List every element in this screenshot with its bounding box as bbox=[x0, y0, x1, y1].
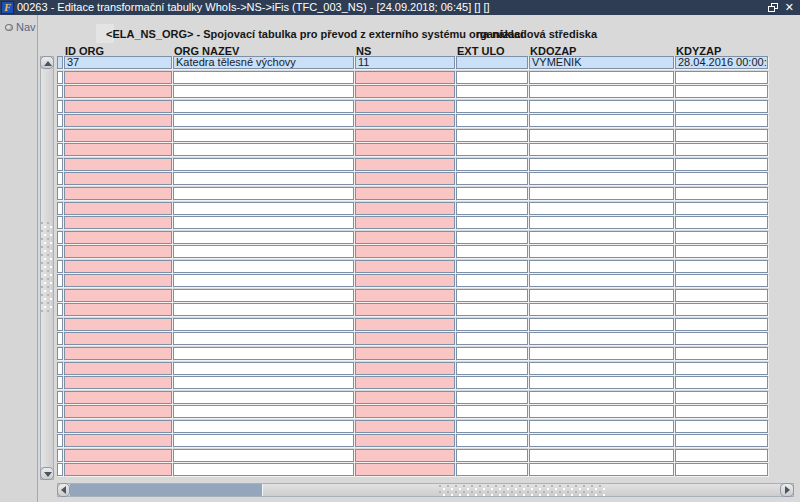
cell-org-nazev[interactable] bbox=[173, 85, 354, 98]
record-indicator[interactable] bbox=[57, 56, 63, 69]
horizontal-scroll-thumb[interactable] bbox=[262, 484, 780, 496]
cell-kdozap[interactable] bbox=[529, 303, 674, 316]
cell-kdozap[interactable] bbox=[529, 449, 674, 462]
cell-kdyzap[interactable] bbox=[675, 202, 768, 215]
cell-ext-ulo[interactable] bbox=[456, 362, 528, 375]
cell-ns[interactable] bbox=[355, 231, 455, 244]
cell-ext-ulo[interactable] bbox=[456, 303, 528, 316]
cell-kdyzap[interactable]: 28.04.2016 00:00:00 bbox=[675, 56, 768, 69]
cell-id-org[interactable] bbox=[64, 362, 172, 375]
cell-ns[interactable] bbox=[355, 143, 455, 156]
cell-ns[interactable] bbox=[355, 71, 455, 84]
cell-ext-ulo[interactable] bbox=[456, 463, 528, 476]
record-indicator[interactable] bbox=[57, 463, 63, 476]
cell-ext-ulo[interactable] bbox=[456, 71, 528, 84]
cell-ns[interactable] bbox=[355, 463, 455, 476]
cell-kdyzap[interactable] bbox=[675, 420, 768, 433]
record-indicator[interactable] bbox=[57, 245, 63, 258]
cell-id-org[interactable] bbox=[64, 158, 172, 171]
cell-ns[interactable] bbox=[355, 405, 455, 418]
cell-ext-ulo[interactable] bbox=[456, 289, 528, 302]
cell-org-nazev[interactable] bbox=[173, 434, 354, 447]
cell-ns[interactable] bbox=[355, 100, 455, 113]
record-indicator[interactable] bbox=[57, 260, 63, 273]
cell-ns[interactable] bbox=[355, 420, 455, 433]
cell-org-nazev[interactable] bbox=[173, 391, 354, 404]
cell-kdozap[interactable] bbox=[529, 376, 674, 389]
cell-id-org[interactable] bbox=[64, 187, 172, 200]
cell-ext-ulo[interactable] bbox=[456, 405, 528, 418]
cell-id-org[interactable] bbox=[64, 260, 172, 273]
cell-org-nazev[interactable] bbox=[173, 71, 354, 84]
cell-ext-ulo[interactable] bbox=[456, 274, 528, 287]
cell-kdozap[interactable] bbox=[529, 434, 674, 447]
cell-ext-ulo[interactable] bbox=[456, 56, 528, 69]
cell-org-nazev[interactable] bbox=[173, 172, 354, 185]
cell-id-org[interactable] bbox=[64, 405, 172, 418]
cell-id-org[interactable] bbox=[64, 347, 172, 360]
cell-ns[interactable] bbox=[355, 318, 455, 331]
cell-kdozap[interactable] bbox=[529, 318, 674, 331]
cell-ns[interactable] bbox=[355, 303, 455, 316]
cell-id-org[interactable] bbox=[64, 85, 172, 98]
cell-ns[interactable] bbox=[355, 332, 455, 345]
cell-kdyzap[interactable] bbox=[675, 318, 768, 331]
cell-kdyzap[interactable] bbox=[675, 158, 768, 171]
cell-ns[interactable] bbox=[355, 202, 455, 215]
cell-org-nazev[interactable] bbox=[173, 202, 354, 215]
cell-ext-ulo[interactable] bbox=[456, 376, 528, 389]
cell-kdozap[interactable]: VYMENIK bbox=[529, 56, 674, 69]
cell-kdozap[interactable] bbox=[529, 274, 674, 287]
cell-ext-ulo[interactable] bbox=[456, 100, 528, 113]
cell-kdyzap[interactable] bbox=[675, 332, 768, 345]
cell-id-org[interactable] bbox=[64, 71, 172, 84]
scroll-right-button[interactable] bbox=[780, 483, 794, 497]
cell-id-org[interactable] bbox=[64, 449, 172, 462]
cell-ns[interactable] bbox=[355, 187, 455, 200]
cell-ns[interactable] bbox=[355, 434, 455, 447]
cell-ext-ulo[interactable] bbox=[456, 172, 528, 185]
record-indicator[interactable] bbox=[57, 172, 63, 185]
cell-kdozap[interactable] bbox=[529, 463, 674, 476]
cell-ns[interactable] bbox=[355, 289, 455, 302]
cell-ext-ulo[interactable] bbox=[456, 318, 528, 331]
cell-id-org[interactable]: 37 bbox=[64, 56, 172, 69]
cell-id-org[interactable] bbox=[64, 274, 172, 287]
cell-id-org[interactable] bbox=[64, 391, 172, 404]
cell-kdyzap[interactable] bbox=[675, 172, 768, 185]
scroll-up-button[interactable] bbox=[40, 56, 54, 69]
cell-kdyzap[interactable] bbox=[675, 274, 768, 287]
cell-kdyzap[interactable] bbox=[675, 245, 768, 258]
record-indicator[interactable] bbox=[57, 216, 63, 229]
cell-id-org[interactable] bbox=[64, 100, 172, 113]
cell-ext-ulo[interactable] bbox=[456, 143, 528, 156]
cell-org-nazev[interactable] bbox=[173, 260, 354, 273]
record-indicator[interactable] bbox=[57, 362, 63, 375]
cell-org-nazev[interactable] bbox=[173, 274, 354, 287]
cell-kdozap[interactable] bbox=[529, 289, 674, 302]
record-indicator[interactable] bbox=[57, 231, 63, 244]
record-indicator[interactable] bbox=[57, 303, 63, 316]
cell-kdozap[interactable] bbox=[529, 158, 674, 171]
cell-kdozap[interactable] bbox=[529, 85, 674, 98]
cell-kdozap[interactable] bbox=[529, 129, 674, 142]
cell-kdyzap[interactable] bbox=[675, 347, 768, 360]
cell-ns[interactable] bbox=[355, 376, 455, 389]
record-indicator[interactable] bbox=[57, 100, 63, 113]
cell-id-org[interactable] bbox=[64, 231, 172, 244]
cell-ext-ulo[interactable] bbox=[456, 391, 528, 404]
cell-id-org[interactable] bbox=[64, 318, 172, 331]
cell-id-org[interactable] bbox=[64, 172, 172, 185]
cell-kdozap[interactable] bbox=[529, 245, 674, 258]
cell-id-org[interactable] bbox=[64, 289, 172, 302]
record-indicator[interactable] bbox=[57, 143, 63, 156]
cell-kdyzap[interactable] bbox=[675, 391, 768, 404]
cell-org-nazev[interactable] bbox=[173, 129, 354, 142]
cell-org-nazev[interactable] bbox=[173, 303, 354, 316]
cell-kdyzap[interactable] bbox=[675, 85, 768, 98]
record-indicator[interactable] bbox=[57, 318, 63, 331]
cell-kdozap[interactable] bbox=[529, 260, 674, 273]
record-indicator[interactable] bbox=[57, 289, 63, 302]
cell-kdyzap[interactable] bbox=[675, 405, 768, 418]
cell-id-org[interactable] bbox=[64, 463, 172, 476]
